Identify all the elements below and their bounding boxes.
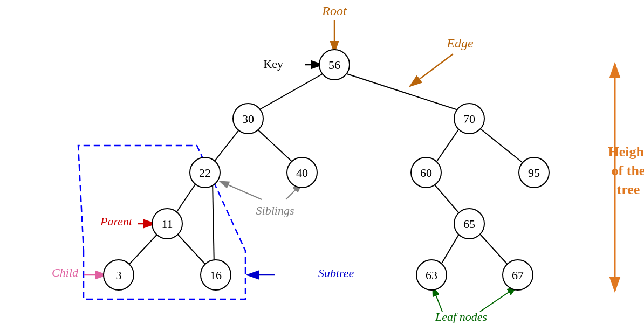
svg-line-11 [440, 232, 460, 267]
svg-line-1 [345, 73, 460, 111]
node-65: 65 [454, 209, 484, 239]
height-label-line1: Height [608, 144, 644, 160]
node-40: 40 [287, 157, 317, 188]
svg-text:56: 56 [328, 58, 340, 72]
svg-text:11: 11 [161, 217, 173, 231]
node-16: 16 [201, 260, 231, 290]
svg-line-28 [220, 181, 262, 199]
svg-line-3 [255, 127, 295, 164]
node-95: 95 [519, 157, 549, 188]
child-label: Child [52, 266, 79, 279]
edge-label: Edge [446, 36, 474, 50]
svg-line-5 [478, 127, 525, 164]
svg-line-9 [176, 232, 208, 267]
svg-text:30: 30 [242, 112, 254, 126]
svg-text:60: 60 [420, 166, 432, 180]
leaf-nodes-label: Leaf nodes [435, 310, 487, 323]
svg-text:65: 65 [463, 217, 475, 231]
svg-text:63: 63 [426, 268, 437, 282]
svg-text:40: 40 [296, 166, 308, 180]
svg-line-24 [410, 54, 453, 86]
svg-text:3: 3 [116, 268, 122, 282]
svg-line-6 [174, 181, 197, 216]
node-67: 67 [503, 260, 533, 290]
svg-text:67: 67 [512, 268, 524, 282]
svg-line-10 [431, 181, 461, 216]
svg-line-32 [480, 287, 517, 312]
node-63: 63 [416, 260, 447, 290]
svg-line-8 [127, 232, 159, 267]
svg-line-0 [258, 73, 324, 111]
svg-line-7 [213, 181, 214, 267]
node-3: 3 [104, 260, 134, 290]
svg-line-4 [435, 127, 460, 164]
svg-line-31 [433, 287, 442, 312]
diagram-canvas: 56 30 70 22 40 60 95 11 65 3 16 63 [0, 0, 644, 331]
svg-text:22: 22 [199, 166, 211, 180]
svg-line-2 [212, 127, 241, 164]
key-label: Key [263, 57, 283, 71]
node-22: 22 [190, 157, 220, 188]
svg-line-12 [478, 232, 510, 267]
svg-text:70: 70 [463, 112, 475, 126]
height-label-line3: tree [617, 182, 640, 197]
node-60: 60 [411, 157, 441, 188]
root-label: Root [321, 4, 347, 18]
subtree-label: Subtree [318, 266, 354, 280]
node-11: 11 [152, 209, 182, 239]
svg-text:95: 95 [528, 166, 540, 180]
node-30: 30 [233, 104, 263, 134]
siblings-label: Siblings [256, 204, 294, 217]
node-56: 56 [319, 50, 350, 80]
parent-label: Parent [100, 215, 133, 228]
height-label-line2: of the [612, 163, 644, 178]
svg-text:16: 16 [210, 268, 222, 282]
node-70: 70 [454, 104, 484, 134]
